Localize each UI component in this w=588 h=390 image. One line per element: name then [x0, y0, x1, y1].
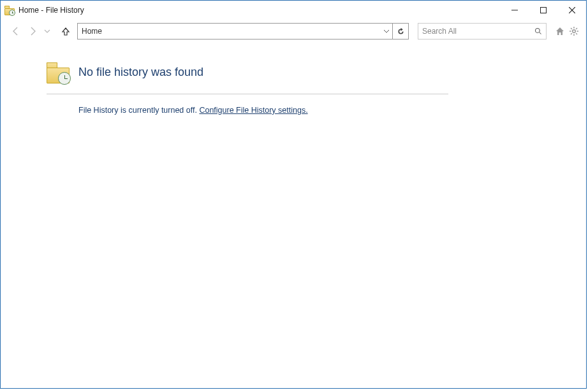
maximize-button[interactable]	[529, 1, 557, 20]
svg-line-14	[576, 28, 577, 29]
configure-link[interactable]: Configure File History settings.	[199, 106, 307, 115]
svg-line-11	[571, 28, 572, 29]
up-button[interactable]	[59, 25, 72, 38]
content-header: No file history was found	[47, 61, 448, 94]
svg-rect-1	[540, 8, 546, 13]
svg-point-6	[573, 30, 576, 33]
address-dropdown-button[interactable]	[381, 24, 392, 39]
home-icon[interactable]	[554, 25, 566, 37]
address-input[interactable]	[78, 24, 381, 39]
svg-line-12	[576, 33, 577, 34]
recent-locations-button[interactable]	[43, 25, 52, 38]
window-title: Home - File History	[18, 6, 84, 15]
status-text: File History is currently turned off.	[78, 106, 199, 115]
svg-line-5	[540, 32, 541, 34]
window-controls	[500, 1, 586, 20]
navigation-bar	[1, 20, 586, 45]
title-bar: Home - File History	[1, 1, 586, 20]
close-button[interactable]	[557, 1, 586, 20]
file-history-icon	[4, 5, 15, 15]
file-history-large-icon	[47, 61, 70, 83]
address-bar	[77, 23, 409, 40]
content-area: No file history was found File History i…	[1, 45, 586, 388]
back-button[interactable]	[10, 25, 22, 38]
window-frame: Home - File History	[0, 0, 587, 389]
forward-button[interactable]	[26, 25, 39, 38]
refresh-button[interactable]	[392, 24, 408, 39]
minimize-button[interactable]	[500, 1, 529, 20]
gear-icon[interactable]	[568, 25, 580, 37]
content-heading: No file history was found	[78, 66, 203, 79]
status-message: File History is currently turned off. Co…	[47, 94, 548, 115]
svg-point-4	[536, 29, 540, 33]
search-input[interactable]	[418, 27, 531, 36]
search-box	[418, 23, 547, 40]
svg-line-13	[571, 33, 572, 34]
search-icon[interactable]	[531, 27, 546, 35]
